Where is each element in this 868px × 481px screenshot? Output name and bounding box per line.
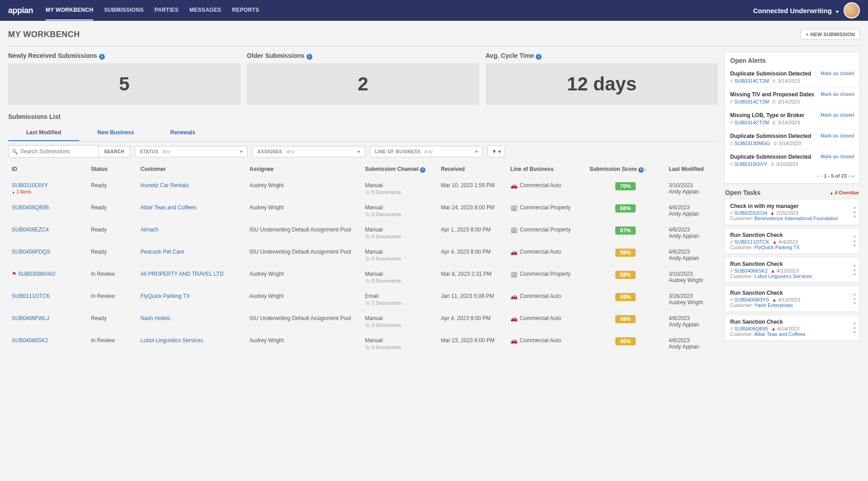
customer-link[interactable]: Hurwitz Car Rentals: [141, 182, 189, 189]
submission-id-link[interactable]: SUB03088VAO: [18, 271, 56, 277]
chevron-down-icon: ▾: [240, 149, 243, 155]
customer-link[interactable]: FlyQuick Parking TX: [141, 293, 190, 299]
more-icon[interactable]: •••: [853, 264, 856, 277]
alert-id-link[interactable]: SUB0314CT2M: [734, 120, 769, 125]
modified-by: Andy Appian: [669, 321, 714, 328]
col-id[interactable]: ID: [8, 161, 87, 178]
new-submission-button[interactable]: +NEW SUBMISSION: [801, 29, 860, 40]
nav-reports[interactable]: REPORTS: [232, 0, 259, 20]
mark-closed-link[interactable]: Mark as closed: [821, 91, 854, 97]
submission-id-link[interactable]: SUB0406QB95: [12, 204, 49, 211]
nav-messages[interactable]: MESSAGES: [189, 0, 221, 20]
tab-renewals[interactable]: Renewals: [152, 125, 213, 141]
lob-cell: Commercial Auto: [520, 249, 561, 255]
tab-last-modified[interactable]: Last Modified: [8, 125, 79, 141]
col-score[interactable]: Submission Score?↓: [586, 161, 665, 178]
avatar[interactable]: [844, 2, 860, 19]
task-customer-link[interactable]: Lobot Linguistics Services: [755, 274, 812, 279]
col-received[interactable]: Received: [437, 161, 506, 178]
col-lob[interactable]: Line of Business: [507, 161, 586, 178]
nav-my-workbench[interactable]: MY WORKBENCH: [46, 0, 93, 20]
task-customer-link[interactable]: Altair Teas and Coffees: [754, 331, 805, 337]
table-row[interactable]: SUB0406PDQS Ready Peacock Pet Care ISU U…: [8, 244, 718, 266]
more-icon[interactable]: •••: [853, 206, 856, 219]
table-row[interactable]: SUB0310OIVY 2 Alerts Ready Hurwitz Car R…: [8, 178, 718, 200]
table-row[interactable]: SUB0111OTCK In Review FlyQuick Parking T…: [8, 288, 718, 311]
submission-id-link[interactable]: SUB0406EZC4: [12, 226, 49, 233]
col-modified[interactable]: Last Modified: [665, 161, 718, 178]
col-channel[interactable]: Submission Channel?: [361, 161, 437, 178]
table-row[interactable]: SUB0406FWLJ Ready Nash Hotels ISU Underw…: [8, 311, 718, 333]
plus-icon: +: [806, 32, 808, 37]
customer-link[interactable]: Peacock Pet Care: [141, 249, 184, 255]
mark-closed-link[interactable]: Mark as closed: [821, 133, 854, 138]
table-row[interactable]: SUB0406EZC4 Ready Almach ISU Underwritin…: [8, 222, 718, 244]
submission-id-link[interactable]: SUB0111OTCK: [12, 293, 50, 299]
channel-cell: Manual: [365, 271, 434, 277]
table-row[interactable]: SUB0406QB95 Ready Altair Teas and Coffee…: [8, 200, 718, 222]
col-customer[interactable]: Customer: [137, 161, 246, 178]
product-switcher[interactable]: Connected Underwriting: [753, 7, 839, 14]
page-prev-icon[interactable]: ‹: [821, 173, 823, 179]
table-row[interactable]: SUB04066SK2 In Review Lobot Linguistics …: [8, 333, 718, 355]
metric-cycle-label: Avg. Cycle Timei: [486, 52, 718, 60]
mark-closed-link[interactable]: Mark as closed: [821, 154, 854, 159]
info-icon[interactable]: i: [307, 54, 312, 60]
customer-link[interactable]: Nash Hotels: [141, 315, 170, 321]
task-item[interactable]: ••• Run Sanction Check SUB0406M3YS ▲4/13…: [724, 286, 860, 312]
alert-id-link[interactable]: SUB0310OIVY: [734, 161, 767, 167]
alert-id-link[interactable]: SUB0314CT2M: [734, 99, 769, 104]
page-last-icon[interactable]: »: [851, 173, 854, 179]
page-next-icon[interactable]: ›: [848, 173, 850, 179]
task-id-link[interactable]: SUB0111OTCK: [734, 239, 769, 245]
task-id-link[interactable]: SUB0406QB95: [734, 326, 768, 331]
help-icon[interactable]: ?: [420, 167, 425, 173]
info-icon[interactable]: i: [536, 54, 542, 60]
submissions-tabs: Last Modified New Business Renewals: [8, 125, 718, 141]
task-item[interactable]: ••• Run Sanction Check SUB04066SK2 ▲4/13…: [724, 257, 860, 283]
mark-closed-link[interactable]: Mark as closed: [821, 112, 854, 118]
page-first-icon[interactable]: «: [816, 173, 819, 179]
task-customer-link[interactable]: FlyQuick Parking TX: [755, 245, 800, 250]
customer-link[interactable]: All PROPERTY AND TRAVEL LTD: [141, 271, 224, 277]
table-row[interactable]: ⚑SUB03088VAO In Review All PROPERTY AND …: [8, 266, 718, 288]
search-input[interactable]: [8, 145, 99, 158]
info-icon[interactable]: i: [99, 54, 105, 60]
warning-icon: ▲: [770, 268, 775, 274]
alert-id-link[interactable]: SUB0314CT2M: [734, 78, 769, 84]
customer-link[interactable]: Lobot Linguistics Services: [141, 337, 203, 344]
filter-status[interactable]: STATUS Any ▾: [135, 146, 248, 157]
customer-link[interactable]: Altair Teas and Coffees: [141, 204, 197, 211]
more-icon[interactable]: •••: [853, 292, 856, 306]
nav-submissions[interactable]: SUBMISSIONS: [104, 0, 143, 20]
task-id-link[interactable]: SUB0203JOJ4: [734, 210, 767, 216]
tab-new-business[interactable]: New Business: [79, 125, 152, 141]
filter-lob[interactable]: LINE OF BUSINESS Any ▾: [370, 146, 483, 157]
customer-link[interactable]: Almach: [141, 226, 159, 233]
help-icon[interactable]: ?: [638, 167, 644, 173]
submission-id-link[interactable]: SUB0406FWLJ: [12, 315, 49, 321]
filter-toggle-button[interactable]: ▼ ▾: [487, 146, 505, 157]
col-status[interactable]: Status: [87, 161, 137, 178]
submission-id-link[interactable]: SUB0406PDQS: [12, 249, 50, 255]
filter-assignee[interactable]: ASSIGNEE Any ▾: [252, 146, 365, 157]
received-cell: Mar 24, 2023 8:00 PM: [437, 200, 506, 222]
nav-parties[interactable]: PARTIES: [155, 0, 179, 20]
task-item[interactable]: ••• Run Sanction Check SUB0406QB95 ▲4/14…: [724, 315, 860, 341]
task-id-link[interactable]: SUB0406M3YS: [734, 297, 769, 302]
task-id-link[interactable]: SUB04066SK2: [734, 268, 768, 274]
task-customer-link[interactable]: Yavin Enterprises: [755, 302, 793, 308]
task-customer-link[interactable]: Benevolence International Foundation: [755, 216, 838, 221]
mark-closed-link[interactable]: Mark as closed: [821, 71, 854, 76]
col-assignee[interactable]: Assignee: [246, 161, 362, 178]
customer-label: Customer:: [730, 245, 753, 250]
search-button[interactable]: SEARCH: [99, 146, 130, 157]
more-icon[interactable]: •••: [853, 321, 856, 335]
more-icon[interactable]: •••: [853, 235, 856, 248]
task-item[interactable]: ••• Check in with my manager SUB0203JOJ4…: [724, 199, 860, 225]
task-item[interactable]: ••• Run Sanction Check SUB0111OTCK ▲4/4/…: [724, 228, 860, 254]
alert-id-link[interactable]: SUB03130MGG: [734, 141, 770, 146]
submission-id-link[interactable]: SUB04066SK2: [12, 337, 48, 344]
lob-cell: Commercial Property: [520, 204, 571, 211]
submission-id-link[interactable]: SUB0310OIVY: [12, 182, 48, 189]
